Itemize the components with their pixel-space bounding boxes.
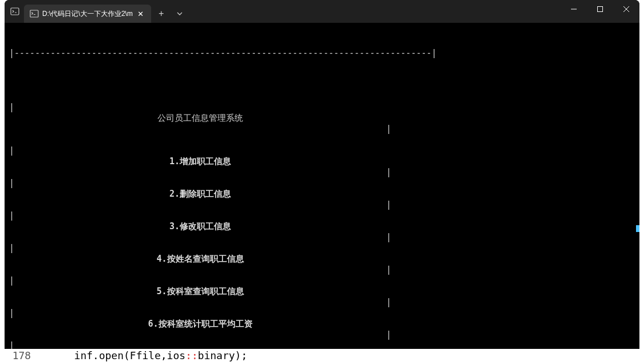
bg-code-colons: :: <box>185 349 198 361</box>
menu-title: 公司员工信息管理系统 <box>9 113 391 124</box>
menu-row: | 4.按姓名查询职工信息 | <box>9 232 391 243</box>
menu-row: | 2.删除职工信息 | <box>9 167 391 178</box>
tab-close-button[interactable]: ✕ <box>136 9 145 18</box>
menu-pipe: | <box>9 178 14 189</box>
menu-pipe: | <box>386 124 391 135</box>
menu-item-6: 6.按科室统计职工平均工资 <box>9 319 391 330</box>
menu-pipe: | <box>9 210 14 221</box>
bg-code-text: inf.open(Ffile,ios <box>31 349 185 361</box>
tab-cmd-icon <box>30 9 39 18</box>
maximize-button[interactable] <box>587 0 613 18</box>
minimize-button[interactable] <box>561 0 587 18</box>
new-tab-button[interactable]: + <box>152 5 171 23</box>
tab-dropdown-button[interactable] <box>171 5 189 23</box>
tab-title: D:\代码日记\大一下大作业2\m <box>42 9 133 19</box>
bg-code-suffix: binary); <box>198 349 248 361</box>
menu-pipe: | <box>9 340 14 349</box>
menu-item-4: 4.按姓名查询职工信息 <box>9 254 391 265</box>
menu-row: | 公司员工信息管理系统 | <box>9 91 391 102</box>
titlebar: D:\代码日记\大一下大作业2\m ✕ + <box>5 0 639 23</box>
menu-border-top: |---------------------------------------… <box>9 48 635 59</box>
svg-rect-0 <box>11 8 19 15</box>
terminal-app-icon <box>10 7 19 16</box>
bg-line-num: 178 <box>13 349 31 361</box>
menu-row: | 0.保存并退出职工工资管理系统 | <box>9 330 391 340</box>
menu-item-5: 5.按科室查询职工信息 <box>9 286 391 297</box>
menu-row: | 1.增加职工信息 | <box>9 135 391 145</box>
menu-item-3: 3.修改职工信息 <box>9 221 391 232</box>
menu-row: | 6.按科室统计职工平均工资 | <box>9 297 391 308</box>
menu-pipe: | <box>9 308 14 319</box>
scrollbar-indicator[interactable] <box>636 225 639 232</box>
menu-row: | 3.修改职工信息 | <box>9 200 391 210</box>
menu-item-2: 2.删除职工信息 <box>9 189 391 200</box>
menu-pipe: | <box>9 243 14 254</box>
svg-rect-1 <box>30 10 38 17</box>
terminal-window: D:\代码日记\大一下大作业2\m ✕ + |-----------------… <box>5 0 639 349</box>
svg-rect-3 <box>598 7 603 12</box>
menu-pipe: | <box>9 275 14 286</box>
terminal-body[interactable]: |---------------------------------------… <box>5 23 639 349</box>
menu-pipe: | <box>9 102 14 113</box>
active-tab[interactable]: D:\代码日记\大一下大作业2\m ✕ <box>24 5 151 23</box>
menu-item-1: 1.增加职工信息 <box>9 156 391 167</box>
window-controls <box>561 0 639 23</box>
close-button[interactable] <box>613 0 639 18</box>
menu-pipe: | <box>9 145 14 156</box>
menu-row: | 5.按科室查询职工信息 | <box>9 265 391 275</box>
